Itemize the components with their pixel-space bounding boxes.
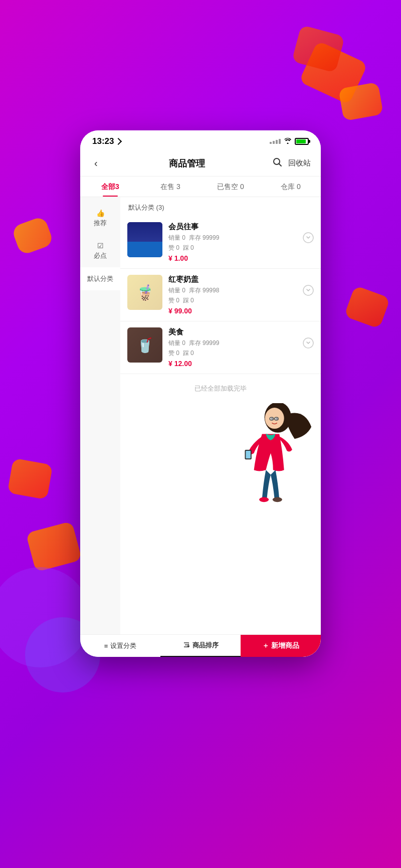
product-item-3[interactable]: 🥤 美食 销量 0 库存 99999 赞 0 踩 0 ¥ 12.00 (120, 321, 321, 374)
location-icon (115, 138, 122, 145)
page-title: 商品管理 (169, 157, 205, 169)
tab-all[interactable]: 全部3 (80, 177, 140, 197)
illustration-area (120, 403, 321, 503)
loaded-all-text: 已经全部加载完毕 (120, 374, 321, 403)
svg-point-9 (259, 497, 269, 502)
product-stats-1: 销量 0 库存 99999 (168, 234, 303, 242)
product-social-3: 赞 0 踩 0 (168, 349, 303, 358)
svg-rect-8 (246, 451, 251, 458)
search-button[interactable] (272, 157, 282, 169)
sidebar-item-default[interactable]: 默认分类 (80, 267, 120, 290)
sidebar-item-must[interactable]: ☑ 必点 (80, 235, 120, 267)
list-icon: ≡ (104, 642, 108, 650)
category-header: 默认分类 (3) (120, 197, 321, 216)
status-indicators (270, 137, 309, 145)
sort-icon (183, 641, 190, 650)
wifi-icon (284, 137, 292, 145)
bg-decoration-4 (11, 216, 54, 256)
product-list: 默认分类 (3) 🏮 会员往事 销量 0 库存 99999 赞 0 踩 0 (120, 197, 321, 634)
bg-decoration-5 (8, 458, 53, 500)
plus-icon: ＋ (262, 641, 269, 650)
bottom-nav-categories-label: 设置分类 (110, 641, 136, 650)
sidebar-label-recommend: 推荐 (94, 219, 107, 228)
tab-soldout[interactable]: 已售空 0 (200, 177, 261, 197)
product-name-2: 红枣奶盖 (168, 275, 303, 284)
expand-icon-1[interactable] (303, 222, 314, 243)
page-header: ‹ 商品管理 回收站 (80, 150, 321, 177)
bottom-nav-add-product[interactable]: ＋ 新增商品 (241, 635, 321, 657)
time-display: 13:23 (92, 136, 114, 146)
product-name-3: 美食 (168, 327, 303, 337)
bg-decoration-2 (338, 82, 383, 121)
recycle-button[interactable]: 回收站 (288, 158, 311, 168)
status-time: 13:23 (92, 136, 121, 146)
thumb-up-icon: 👍 (96, 209, 105, 217)
sidebar-item-recommend[interactable]: 👍 推荐 (80, 202, 120, 235)
product-social-2: 赞 0 踩 0 (168, 296, 303, 305)
bottom-navigation: ≡ 设置分类 商品排序 ＋ 新增商品 (80, 634, 321, 657)
sidebar-label-default: 默认分类 (87, 274, 113, 283)
product-item-2[interactable]: 🧋 红枣奶盖 销量 0 库存 99998 赞 0 踩 0 ¥ 99.00 (120, 269, 321, 321)
bg-decoration-7 (344, 285, 390, 329)
battery-icon (295, 138, 309, 145)
content-area: 👍 推荐 ☑ 必点 默认分类 默认分类 (3) 🏮 (80, 197, 321, 634)
svg-line-1 (279, 164, 281, 166)
header-actions: 回收站 (272, 157, 311, 169)
product-image-2: 🧋 (127, 275, 162, 310)
signal-icon (270, 139, 281, 144)
svg-rect-13 (270, 417, 274, 420)
product-price-3: ¥ 12.00 (168, 360, 303, 368)
bg-decoration-3 (292, 25, 345, 73)
bottom-nav-add-label: 新增商品 (271, 641, 299, 650)
girl-illustration (226, 403, 316, 503)
bottom-nav-categories[interactable]: ≡ 设置分类 (80, 635, 160, 657)
product-price-1: ¥ 1.00 (168, 254, 303, 262)
status-bar: 13:23 (80, 130, 321, 150)
battery-level (296, 139, 306, 143)
bottom-nav-sort[interactable]: 商品排序 (160, 635, 241, 657)
product-image-1: 🏮 (127, 222, 162, 257)
product-stats-3: 销量 0 库存 99999 (168, 339, 303, 348)
product-stats-2: 销量 0 库存 99998 (168, 286, 303, 295)
bottom-nav-sort-label: 商品排序 (192, 641, 219, 650)
bg-decoration-6 (26, 521, 82, 572)
checkbox-icon: ☑ (97, 242, 104, 250)
filter-tabs: 全部3 在售 3 已售空 0 仓库 0 (80, 177, 321, 197)
product-item-1[interactable]: 🏮 会员往事 销量 0 库存 99999 赞 0 踩 0 ¥ 1.00 (120, 216, 321, 269)
tab-warehouse[interactable]: 仓库 0 (261, 177, 321, 197)
expand-icon-3[interactable] (303, 327, 314, 349)
tab-onsale[interactable]: 在售 3 (140, 177, 200, 197)
product-name-1: 会员往事 (168, 222, 303, 232)
product-info-2: 红枣奶盖 销量 0 库存 99998 赞 0 踩 0 ¥ 99.00 (162, 275, 303, 315)
expand-icon-2[interactable] (303, 275, 314, 296)
product-info-1: 会员往事 销量 0 库存 99999 赞 0 踩 0 ¥ 1.00 (162, 222, 303, 262)
phone-frame: 13:23 ‹ 商品管理 (80, 130, 321, 657)
product-info-3: 美食 销量 0 库存 99999 赞 0 踩 0 ¥ 12.00 (162, 327, 303, 368)
svg-point-10 (273, 497, 282, 502)
category-sidebar: 👍 推荐 ☑ 必点 默认分类 (80, 197, 120, 634)
svg-rect-14 (275, 417, 279, 420)
sidebar-label-must: 必点 (94, 251, 107, 260)
product-price-2: ¥ 99.00 (168, 307, 303, 315)
product-social-1: 赞 0 踩 0 (168, 244, 303, 252)
back-button[interactable]: ‹ (90, 155, 102, 171)
product-image-3: 🥤 (127, 327, 162, 363)
